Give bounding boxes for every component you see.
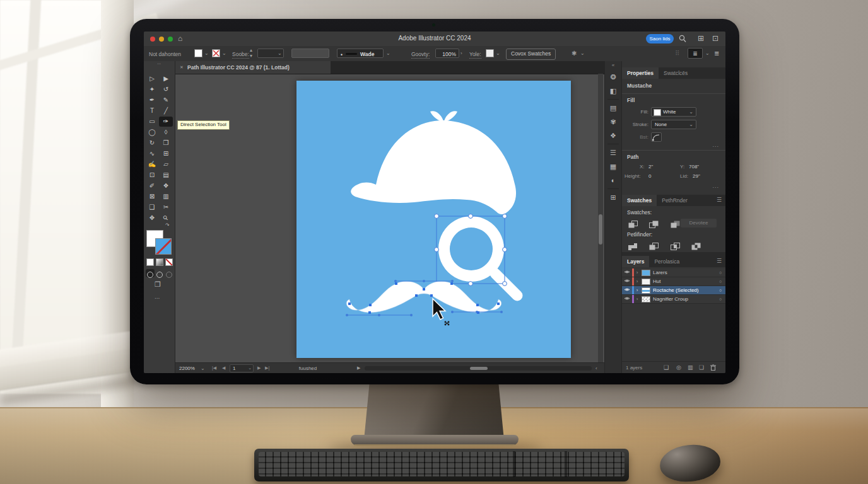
pathfinder-unite-icon[interactable] bbox=[628, 243, 638, 251]
target-circle-icon[interactable]: ○ bbox=[715, 297, 725, 301]
last-artboard-icon[interactable]: ▶| bbox=[265, 366, 269, 371]
zoom-tool[interactable]: ⚲ bbox=[159, 213, 173, 223]
selection-tool[interactable]: ▷ bbox=[145, 74, 159, 84]
style-swatch[interactable] bbox=[486, 49, 494, 57]
tab-artboards[interactable]: Perolasica bbox=[649, 256, 684, 267]
screen-mode-icon[interactable]: ❐ bbox=[155, 280, 161, 289]
new-layer-icon[interactable]: ❏ bbox=[699, 364, 704, 371]
new-artboard-icon[interactable]: ❑ bbox=[664, 364, 669, 371]
target-circle-icon[interactable]: ○ bbox=[715, 288, 725, 292]
devotee-button-disabled[interactable]: Devotee bbox=[681, 219, 717, 228]
stroke-panel-icon[interactable]: ☰ bbox=[605, 146, 621, 159]
perspective-grid-tool[interactable]: ⊠ bbox=[145, 192, 159, 202]
draw-normal-button[interactable] bbox=[146, 269, 155, 277]
column-graph-tool[interactable]: ▥ bbox=[159, 192, 173, 202]
stepper-down-icon[interactable]: ▾ bbox=[250, 53, 252, 59]
tab-layers[interactable]: Layers bbox=[622, 256, 649, 267]
color-guide-panel-icon[interactable]: ◧ bbox=[605, 84, 621, 98]
stroke-swatch[interactable] bbox=[212, 49, 220, 57]
chevron-down-icon[interactable]: ⌄ bbox=[386, 50, 390, 56]
horizontal-scrollbar-thumb[interactable] bbox=[470, 367, 488, 370]
y-value[interactable]: 708" bbox=[689, 164, 699, 170]
grid-view-icon[interactable]: ⊞ bbox=[698, 34, 704, 43]
vertical-scrollbar-thumb[interactable] bbox=[599, 214, 602, 245]
more-options-icon[interactable]: ... bbox=[712, 183, 719, 189]
first-artboard-icon[interactable]: |◀ bbox=[212, 366, 216, 371]
direct-selection-tool[interactable]: ▶ bbox=[159, 74, 173, 84]
chevron-down-icon[interactable]: ⌄ bbox=[689, 122, 693, 127]
layer-thumbnail[interactable] bbox=[642, 279, 650, 285]
draw-behind-button[interactable] bbox=[155, 269, 164, 277]
type-tool[interactable]: T bbox=[145, 106, 159, 116]
blend-tool[interactable]: ❖ bbox=[159, 181, 173, 191]
zoom-level[interactable]: 2200% bbox=[179, 366, 195, 371]
collapse-dock-icon[interactable]: « bbox=[605, 61, 621, 70]
color-mode-button[interactable] bbox=[146, 258, 154, 266]
brush-definition-combo[interactable]: • Wade bbox=[337, 49, 384, 58]
layer-row[interactable]: › Hut ○ bbox=[622, 277, 725, 286]
gradient-tool[interactable]: ▤ bbox=[159, 170, 173, 180]
layer-thumbnail[interactable] bbox=[642, 287, 650, 294]
eraser-tool[interactable]: ◊ bbox=[159, 127, 173, 137]
more-options-icon[interactable]: ... bbox=[712, 142, 719, 148]
tab-swatches[interactable]: Swatches bbox=[622, 195, 657, 206]
chevron-down-icon[interactable]: ⌄ bbox=[222, 50, 226, 56]
chevron-down-icon[interactable]: ⌄ bbox=[204, 50, 209, 56]
rotate-tool[interactable]: ↻ bbox=[145, 138, 159, 148]
horizontal-scrollbar[interactable] bbox=[365, 366, 592, 371]
panel-view-icon[interactable]: ⊡ bbox=[712, 34, 718, 43]
gradient-mode-button[interactable] bbox=[156, 258, 163, 266]
brush-option-button[interactable] bbox=[651, 132, 662, 142]
color-panel-icon[interactable]: ❂ bbox=[605, 70, 621, 84]
adjustments-panel-icon[interactable]: ▤ bbox=[605, 101, 621, 115]
menu-list-icon[interactable]: ≣ bbox=[714, 50, 719, 57]
stepper-up-icon[interactable]: ▴ bbox=[250, 47, 252, 53]
layer-name[interactable]: Larers bbox=[653, 270, 715, 275]
variable-width-combo[interactable] bbox=[291, 49, 329, 58]
disclosure-icon[interactable]: › bbox=[634, 270, 640, 275]
lasso-tool[interactable]: ↺ bbox=[159, 84, 173, 95]
layer-name[interactable]: Hut bbox=[653, 279, 715, 284]
pen-tool[interactable]: ✒ bbox=[145, 95, 159, 105]
visibility-eye-icon[interactable] bbox=[622, 296, 632, 302]
make-mask-icon[interactable]: ◎ bbox=[676, 364, 681, 371]
width-tool[interactable]: ∿ bbox=[145, 149, 159, 159]
magic-wand-tool[interactable]: ✦ bbox=[145, 84, 159, 95]
delete-layer-trash-icon[interactable] bbox=[710, 364, 716, 371]
symbols-panel-icon[interactable]: ❖ bbox=[605, 129, 621, 142]
artboard-canvas[interactable] bbox=[296, 81, 571, 358]
disclosure-icon[interactable]: › bbox=[634, 279, 640, 284]
target-circle-icon[interactable]: ○ bbox=[715, 279, 725, 284]
align-options-button[interactable]: ≣ bbox=[688, 48, 703, 59]
target-circle-icon[interactable]: ○ bbox=[715, 270, 725, 275]
layer-thumbnail[interactable] bbox=[642, 296, 650, 302]
close-tab-icon[interactable]: ✕ bbox=[180, 61, 184, 74]
panel-menu-icon[interactable]: ☰ bbox=[717, 195, 725, 206]
symbol-sprayer-tool[interactable]: ⊡ bbox=[145, 170, 159, 180]
vertical-scrollbar[interactable] bbox=[598, 74, 603, 363]
artboards-panel-icon[interactable]: ⊞ bbox=[605, 190, 621, 204]
visibility-eye-icon[interactable] bbox=[622, 279, 632, 284]
pathfinder-intersect-icon[interactable] bbox=[671, 243, 680, 251]
swatch-icon[interactable] bbox=[649, 221, 659, 229]
rectangle-tool[interactable]: ▭ bbox=[145, 117, 159, 127]
toolbar-grip[interactable]: •• bbox=[144, 61, 175, 66]
height-value[interactable]: 0 bbox=[648, 173, 651, 179]
search-icon[interactable] bbox=[679, 35, 686, 43]
swatch-icon[interactable] bbox=[628, 221, 638, 229]
prev-artboard-icon[interactable]: ◀ bbox=[222, 366, 225, 371]
swatch-icon[interactable] bbox=[671, 221, 680, 229]
layer-row-selected[interactable]: › Roctache (Selected) ○ bbox=[622, 286, 725, 295]
swap-fill-stroke-icon[interactable]: ↷ bbox=[165, 222, 170, 228]
line-segment-tool[interactable]: ╱ bbox=[159, 106, 173, 116]
layer-row[interactable]: › Nagnifier Croup ○ bbox=[622, 295, 725, 304]
eyedropper-tool[interactable]: ✐ bbox=[145, 181, 159, 191]
stroke-weight-label[interactable]: Soobe: bbox=[232, 51, 249, 59]
artboard-tool[interactable]: ❑ bbox=[145, 202, 159, 212]
artboard-number-field[interactable]: 1 ⌄ bbox=[230, 364, 254, 372]
paintbrush-tool-selected[interactable]: ✑ bbox=[159, 117, 173, 127]
document-tab[interactable]: ✕ Path Illustrator CC 2024 @ 87 (1. Lott… bbox=[175, 61, 331, 74]
opacity-field[interactable]: 100% bbox=[435, 49, 459, 58]
recolor-artwork-button[interactable]: Covox Swatches bbox=[506, 49, 556, 60]
dots-grid-icon[interactable]: ⠿ bbox=[675, 50, 679, 57]
